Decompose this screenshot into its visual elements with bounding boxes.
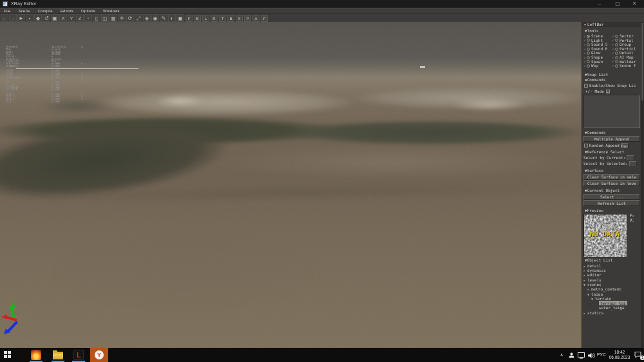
toolbar-letter-button[interactable]: T bbox=[219, 15, 226, 22]
tool-active-radio[interactable] bbox=[615, 64, 618, 68]
toolbar-letter-button[interactable]: B bbox=[227, 15, 234, 22]
network-tray-icon[interactable] bbox=[576, 348, 586, 362]
tool-label[interactable]: Group bbox=[620, 43, 639, 47]
object-tree-item[interactable]: ▸dynamics bbox=[582, 268, 641, 272]
toolbar-letter-button[interactable]: R bbox=[211, 15, 218, 22]
tool-label[interactable]: Sound S bbox=[591, 43, 611, 47]
toolbar-icon[interactable]: ▯ bbox=[93, 14, 100, 22]
panel-scrollbar-thumb[interactable] bbox=[641, 23, 643, 100]
tool-active-radio[interactable] bbox=[587, 43, 590, 46]
toolbar-letter-button[interactable]: P bbox=[244, 15, 251, 22]
toolbar-icon[interactable]: ◆ bbox=[34, 14, 42, 22]
object-tree-item[interactable]: terrain_tai bbox=[582, 301, 641, 305]
section-surface[interactable]: ▼Surface bbox=[582, 168, 641, 173]
tool-active-radio[interactable] bbox=[615, 52, 618, 55]
close-button[interactable]: ✕ bbox=[626, 0, 643, 8]
tool-active-radio[interactable] bbox=[615, 39, 618, 42]
taskbar-app-leveleditor[interactable]: L bbox=[70, 348, 88, 362]
tool-active-radio[interactable] bbox=[587, 52, 590, 55]
toolbar-icon[interactable]: X bbox=[59, 14, 67, 22]
minimize-button[interactable]: – bbox=[591, 0, 608, 8]
toolbar-icon[interactable]: ▣ bbox=[176, 14, 184, 22]
snap-listbox[interactable] bbox=[583, 95, 640, 128]
tool-active-radio[interactable] bbox=[587, 60, 590, 63]
toolbar-icon[interactable]: ▦ bbox=[109, 14, 117, 22]
toolbar-icon[interactable]: ▫ bbox=[84, 14, 92, 22]
toolbar-icon[interactable]: ⤢ bbox=[135, 14, 142, 22]
tool-active-radio[interactable] bbox=[615, 56, 618, 59]
object-tree-item[interactable]: ▼scenes bbox=[582, 282, 641, 287]
random-append-button[interactable]: Ran bbox=[621, 143, 629, 148]
toolbar-letter-button[interactable]: X bbox=[236, 15, 243, 22]
tool-active-radio[interactable] bbox=[587, 39, 590, 42]
notification-center-icon[interactable]: 1 bbox=[632, 348, 643, 362]
tool-label[interactable]: Shape bbox=[591, 55, 611, 60]
toolbar-icon[interactable]: ✎ bbox=[160, 14, 167, 22]
panel-scrollbar[interactable] bbox=[641, 22, 644, 348]
toolbar-icon[interactable]: • bbox=[26, 14, 33, 22]
toolbar-icon[interactable]: Z bbox=[76, 14, 84, 22]
tool-active-radio[interactable] bbox=[587, 64, 590, 68]
toolbar-icon[interactable]: Y bbox=[68, 14, 75, 22]
toolbar-letter-button[interactable]: L bbox=[202, 15, 209, 22]
section-object-list[interactable]: ▼Object List bbox=[582, 258, 641, 263]
toolbar-icon[interactable]: ← bbox=[1, 14, 8, 22]
toolbar-icon[interactable]: → bbox=[9, 14, 17, 22]
select-object-button[interactable]: Select ... bbox=[583, 194, 640, 200]
clear-surface-selected-button[interactable]: Clear Surface in sele bbox=[583, 174, 640, 180]
tool-active-radio[interactable] bbox=[587, 35, 590, 38]
tool-active-radio[interactable] bbox=[587, 56, 590, 59]
tool-label[interactable]: Scene f bbox=[620, 64, 639, 68]
toolbar-icon[interactable]: ⟳ bbox=[126, 14, 134, 22]
tool-active-radio[interactable] bbox=[615, 60, 618, 63]
tool-label[interactable]: Scene bbox=[591, 34, 611, 39]
toolbar-icon[interactable]: ↺ bbox=[43, 14, 50, 22]
tool-label[interactable]: AI Map bbox=[620, 55, 639, 60]
tool-label[interactable]: Sector bbox=[620, 34, 639, 39]
refresh-list-button[interactable]: Refresh List bbox=[583, 200, 640, 206]
object-tree-item[interactable]: ▸editor bbox=[582, 272, 641, 277]
object-tree-item[interactable]: ▼taiga bbox=[582, 292, 641, 296]
mode-checkbox[interactable] bbox=[606, 90, 610, 93]
object-tree-item[interactable]: ▸metro_content bbox=[582, 287, 641, 291]
multiple-append-button[interactable]: Multiple Append bbox=[583, 136, 640, 142]
toolbar-letter-button[interactable]: F bbox=[261, 15, 268, 22]
user-tray-icon[interactable] bbox=[567, 348, 576, 362]
object-tree-item[interactable]: ▸detail bbox=[582, 263, 641, 268]
toolbar-icon[interactable]: ◐ bbox=[168, 14, 176, 22]
section-tools[interactable]: ▼Tools bbox=[582, 28, 641, 33]
tool-label[interactable]: Way bbox=[591, 64, 611, 68]
toolbar-icon[interactable]: ◉ bbox=[151, 14, 159, 22]
snap-commands-subheader[interactable]: ▪Commands bbox=[582, 77, 641, 82]
object-tree-item[interactable]: water_taiga bbox=[582, 305, 641, 310]
toolbar-letter-button[interactable]: F bbox=[185, 15, 193, 22]
maximize-button[interactable]: ▢ bbox=[609, 0, 626, 8]
toolbar-icon[interactable]: ✛ bbox=[118, 14, 126, 22]
language-indicator[interactable]: РУС bbox=[595, 348, 608, 362]
toolbar-letter-button[interactable]: A bbox=[252, 15, 260, 22]
object-tree-item[interactable]: ▼terrain bbox=[582, 296, 641, 301]
panel-header-leftbar[interactable]: ▼LeftBar bbox=[582, 22, 641, 27]
select-by-selected-button[interactable] bbox=[629, 161, 637, 166]
clear-surface-level-button[interactable]: Clear Surface in leve bbox=[583, 180, 640, 186]
random-append-checkbox[interactable] bbox=[584, 144, 588, 148]
section-current-object[interactable]: ▼Current Object bbox=[582, 188, 641, 193]
section-reference-select[interactable]: ▼Reference Select bbox=[582, 149, 641, 155]
tool-active-radio[interactable] bbox=[615, 35, 618, 38]
toolbar-icon[interactable]: ► bbox=[17, 14, 25, 22]
taskbar-app-explorer[interactable] bbox=[49, 348, 67, 362]
toolbar-icon[interactable]: ▣ bbox=[51, 14, 59, 22]
toolbar-icon[interactable]: ◈ bbox=[143, 14, 151, 22]
tool-active-radio[interactable] bbox=[615, 43, 618, 46]
tray-expand-chevron[interactable]: ∧ bbox=[558, 348, 565, 362]
tool-active-radio[interactable] bbox=[587, 48, 590, 51]
taskbar-app-game[interactable] bbox=[27, 348, 45, 362]
start-button[interactable] bbox=[0, 348, 18, 362]
toolbar-letter-button[interactable]: B bbox=[194, 15, 201, 22]
viewport-3d[interactable]: FPS/RFPS:341.9/30.00 TPS:0.00 M VERT:107… bbox=[0, 22, 582, 348]
object-tree-item[interactable]: ▸levels bbox=[582, 278, 641, 282]
object-tree-item[interactable]: ▸statics bbox=[582, 310, 641, 315]
clock[interactable]: 18:42 06.08.2023 bbox=[607, 348, 632, 362]
tool-active-radio[interactable] bbox=[615, 48, 618, 51]
enable-snap-checkbox[interactable] bbox=[584, 84, 588, 88]
